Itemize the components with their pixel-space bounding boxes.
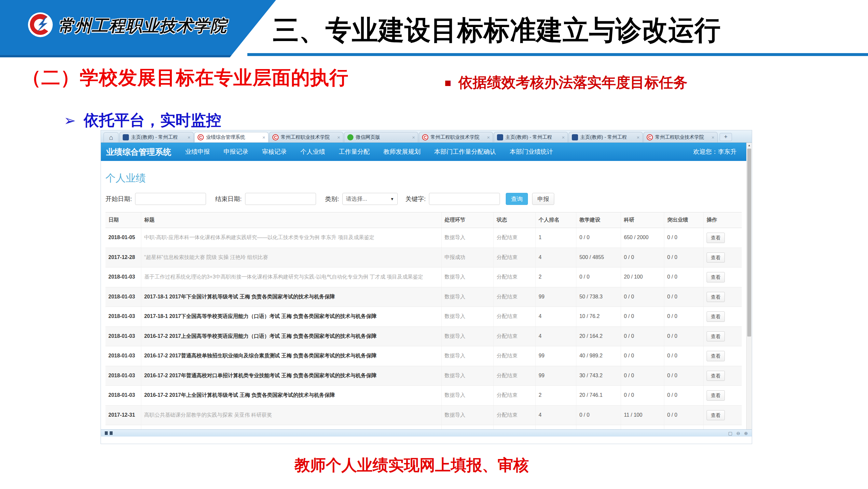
slide-title: 三、专业建设目标标准建立与诊改运行	[273, 12, 721, 49]
nav-menu-item[interactable]: 本部门工作量分配确认	[427, 148, 503, 156]
cell-date: 2018-01-03	[105, 366, 141, 386]
cell-teaching: 0 / 0	[577, 228, 621, 248]
scrollbar-thumb[interactable]	[747, 149, 751, 337]
nav-menu-item[interactable]: 教师发展规划	[377, 148, 427, 156]
view-button[interactable]: 查看	[707, 253, 725, 263]
browser-tab[interactable]: 微信网页版 ×	[344, 132, 418, 142]
nav-menu-item[interactable]: 业绩申报	[178, 148, 217, 156]
app-navbar: 业绩综合管理系统 业绩申报申报记录审核记录个人业绩工作量分配教师发展规划本部门工…	[101, 143, 746, 161]
browser-tab[interactable]: C 业绩综合管理系统 ×	[194, 132, 269, 142]
browser-window: ⌂ 主页(教师) - 常州工程 × C 业绩综合管理系统 × C 常州工程职业技…	[101, 130, 752, 444]
table-row: 2018-01-03 2016-17-2 2017上全国高等学校英语应用能力（口…	[105, 326, 742, 346]
view-button[interactable]: 查看	[707, 312, 725, 322]
welcome-text: 欢迎您：李东升	[693, 148, 741, 156]
wechat-favicon-icon	[347, 134, 353, 140]
view-button[interactable]: 查看	[707, 292, 725, 302]
tab-close-icon[interactable]: ×	[187, 135, 190, 140]
tab-close-icon[interactable]: ×	[262, 135, 265, 140]
browser-tab[interactable]: 主页(教师) - 常州工程 ×	[568, 132, 643, 142]
slide-caption: 教师个人业绩实现网上填报、审核	[0, 455, 824, 476]
query-button[interactable]: 查询	[506, 193, 528, 205]
nav-menu-item[interactable]: 工作量分配	[332, 148, 377, 156]
view-button[interactable]: 查看	[707, 351, 725, 361]
cell-action: 查看	[704, 405, 742, 425]
tab-label: 微信网页版	[356, 134, 410, 140]
cell-research: 0 / 0	[621, 307, 664, 327]
school-name: 常州工程职业技术学院	[58, 15, 227, 37]
browser-tab[interactable]: 主页(教师) - 常州工程 ×	[119, 132, 194, 142]
scroll-up-icon[interactable]: ▲	[747, 143, 752, 148]
column-header: 突出业绩	[664, 212, 703, 228]
bullet-point: ➢ 依托平台，实时监控	[64, 110, 221, 131]
cell-outstanding: 0 / 0	[664, 248, 703, 267]
browser-tab[interactable]: C 常州工程职业技术学院 ×	[419, 132, 493, 142]
end-date-input[interactable]	[245, 193, 316, 205]
page-content: 业绩综合管理系统 业绩申报申报记录审核记录个人业绩工作量分配教师发展规划本部门工…	[101, 143, 746, 436]
tab-close-icon[interactable]: ×	[337, 135, 340, 140]
home-icon: ⌂	[109, 134, 113, 141]
cell-date: 2018-01-03	[105, 267, 141, 287]
table-row: 2017-12-31 高职公共基础课分层教学的实践与探索 吴亚伟 科研获奖 数据…	[105, 405, 742, 425]
table-row: 2018-01-03 2017-18-1 2017年下全国计算机等级考试 王梅 …	[105, 287, 742, 307]
declare-button[interactable]: 申报	[532, 193, 554, 205]
page-title: 个人业绩	[105, 171, 742, 185]
column-header: 操作	[704, 212, 742, 228]
cell-teaching: 10 / 76.2	[577, 307, 621, 327]
cell-step: 申报成功	[441, 248, 493, 267]
zoom-in-icon[interactable]: ⊕	[744, 431, 748, 436]
table-row: 2018-01-03 基于工作过程系统化理论的3+3中高职衔接一体化课程体系构建…	[105, 267, 742, 287]
home-favicon-icon	[497, 134, 503, 140]
view-button[interactable]: 查看	[707, 390, 725, 401]
vertical-scrollbar[interactable]: ▲	[746, 143, 752, 436]
cell-research: 0 / 0	[621, 326, 664, 346]
tab-close-icon[interactable]: ×	[711, 135, 714, 140]
table-row: 2018-01-03 2016-17-2 2017普通高校单独招生职业倾向及综合…	[105, 346, 742, 366]
cell-rank: 4	[536, 248, 577, 267]
category-select[interactable]: 请选择... ▼	[342, 193, 398, 205]
start-date-input[interactable]	[135, 193, 206, 205]
tab-close-icon[interactable]: ×	[412, 135, 415, 140]
browser-tab[interactable]: 主页(教师) - 常州工程 ×	[494, 132, 568, 142]
tab-close-icon[interactable]: ×	[637, 135, 640, 140]
cell-step: 数据导入	[441, 386, 493, 406]
cell-step: 数据导入	[441, 307, 493, 327]
zoom-out-icon[interactable]: ⊖	[737, 431, 740, 436]
cell-step: 数据导入	[441, 287, 493, 307]
home-favicon-icon	[572, 134, 578, 140]
cell-title: 2016-17-2 2017普通高校单独招生职业倾向及综合素质测试 王梅 负责各…	[141, 346, 441, 366]
view-button[interactable]: 查看	[707, 272, 725, 283]
school-favicon-icon: C	[422, 134, 428, 140]
cell-action: 查看	[704, 346, 742, 366]
tab-close-icon[interactable]: ×	[562, 135, 565, 140]
nav-menu-item[interactable]: 本部门业绩统计	[503, 148, 560, 156]
app-brand[interactable]: 业绩综合管理系统	[106, 147, 171, 157]
table-row: 2018-01-03 2016-17-2 2017年上全国计算机等级考试 王梅 …	[105, 386, 742, 406]
cell-research: 0 / 0	[621, 287, 664, 307]
nav-menu-item[interactable]: 个人业绩	[293, 148, 332, 156]
cell-rank: 99	[536, 366, 577, 386]
new-tab-button[interactable]: +	[720, 133, 732, 141]
cell-date: 2018-01-03	[105, 287, 141, 307]
nav-menu-item[interactable]: 审核记录	[255, 148, 293, 156]
cell-teaching: 20 / 164.2	[577, 326, 621, 346]
home-button[interactable]: ⌂	[103, 132, 119, 142]
cell-status: 分配结束	[494, 287, 536, 307]
view-button[interactable]: 查看	[707, 371, 725, 381]
view-button[interactable]: 查看	[707, 410, 725, 421]
tab-label: 常州工程职业技术学院	[281, 134, 335, 140]
cell-teaching: 50 / 738.3	[577, 287, 621, 307]
column-header: 标题	[141, 212, 441, 228]
cell-date: 2018-01-03	[105, 307, 141, 327]
keyword-input[interactable]	[429, 193, 500, 205]
cell-teaching: 40 / 989.2	[577, 346, 621, 366]
nav-menu-item[interactable]: 申报记录	[217, 148, 255, 156]
browser-tab[interactable]: C 常州工程职业技术学院 ×	[644, 132, 718, 142]
view-button[interactable]: 查看	[707, 331, 725, 342]
tab-label: 常州工程职业技术学院	[655, 134, 710, 140]
cell-rank: 4	[536, 405, 577, 425]
column-header: 日期	[105, 212, 141, 228]
tab-close-icon[interactable]: ×	[487, 135, 490, 140]
browser-tab[interactable]: C 常州工程职业技术学院 ×	[269, 132, 343, 142]
view-button[interactable]: 查看	[707, 233, 725, 243]
page-frame-icon[interactable]: ▢	[728, 431, 732, 436]
